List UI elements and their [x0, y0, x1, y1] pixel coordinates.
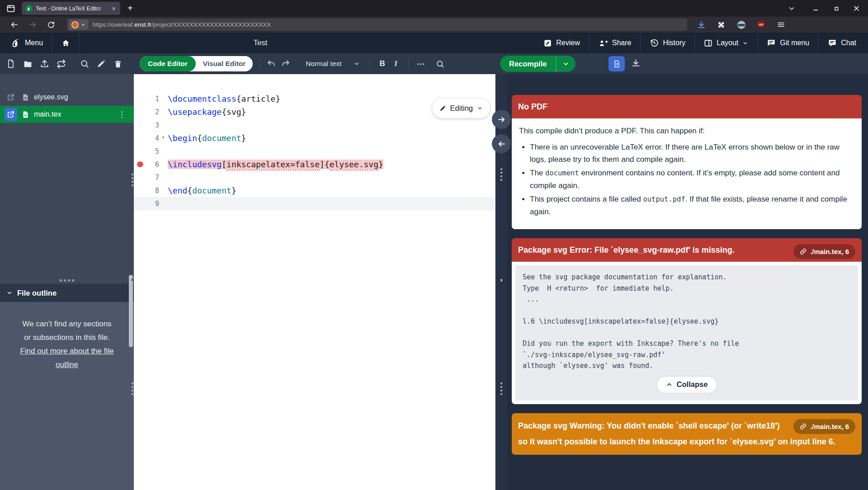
home-button[interactable] [52, 33, 79, 53]
share-icon [599, 39, 608, 47]
rename-pencil-icon[interactable] [96, 59, 107, 68]
line-number: 2 [155, 108, 159, 116]
chat-button[interactable]: Chat [819, 33, 868, 53]
list-all-tabs-icon[interactable] [788, 0, 796, 17]
code-line[interactable]: 9 [134, 197, 495, 210]
code-line[interactable]: 7 [134, 171, 495, 184]
url-bar[interactable]: https://overleaf.enst.fr/project/XXXXXXX… [67, 19, 687, 31]
file-row-elysee[interactable]: elysee.svg [0, 89, 134, 106]
expand-left-button[interactable] [492, 134, 511, 153]
redo-icon[interactable] [280, 59, 291, 68]
forward-icon[interactable] [28, 20, 37, 29]
new-tab-button[interactable]: + [127, 3, 133, 14]
overleaf-favicon [25, 5, 33, 12]
layout-button[interactable]: Layout [695, 33, 757, 53]
line-gutter[interactable]: 8 [134, 184, 163, 197]
browser-tab[interactable]: Test - Online LaTeX Editor × [22, 2, 120, 15]
link-icon [800, 423, 807, 430]
code-line[interactable]: 8\end{document} [134, 184, 495, 197]
search-in-doc-icon[interactable] [435, 60, 446, 68]
code-text: \documentclass{article} [163, 94, 280, 104]
fold-icon[interactable]: ▾ [162, 135, 165, 140]
editor-mode-switch: Code Editor Visual Editor [140, 56, 253, 71]
search-files-icon[interactable] [79, 59, 90, 68]
git-menu-button[interactable]: Git menu [758, 33, 818, 53]
downloads-icon[interactable] [697, 20, 706, 29]
menu-hamburger-icon[interactable] [777, 20, 785, 29]
split-divider[interactable]: › [495, 74, 507, 490]
tab-close-icon[interactable]: × [111, 5, 117, 12]
line-gutter[interactable]: 5 [134, 145, 163, 158]
visual-editor-toggle[interactable]: Visual Editor [196, 56, 253, 71]
collapse-panel-icon[interactable]: › [500, 276, 503, 283]
firefox-view-icon[interactable] [6, 4, 15, 13]
line-gutter[interactable]: 3 [134, 118, 163, 132]
extensions-puzzle-icon[interactable] [717, 21, 726, 29]
line-gutter[interactable]: 1 [134, 92, 163, 105]
outline-resize-handle[interactable] [60, 279, 74, 282]
error-location-badge[interactable]: ./main.tex, 6 [793, 244, 855, 259]
line-gutter[interactable]: 7 [134, 171, 163, 184]
open-in-new-icon[interactable] [5, 91, 17, 104]
code-line[interactable]: 6\includesvg[inkscapelatex=false]{elysee… [134, 158, 495, 171]
editing-mode-dropdown[interactable]: Editing [432, 98, 491, 118]
bullet-item: This project contains a file called outp… [530, 193, 854, 218]
overleaf-header: Menu Test Review Share History Layout [0, 33, 868, 53]
code-editor-toggle[interactable]: Code Editor [140, 56, 196, 71]
code-text: \usepackage{svg} [163, 107, 246, 117]
upload-icon[interactable] [39, 59, 50, 69]
collapse-button[interactable]: Collapse [656, 376, 717, 393]
project-title[interactable]: Test [253, 33, 267, 53]
divider-drag-handle[interactable] [500, 168, 502, 181]
expand-right-button[interactable] [492, 110, 511, 129]
file-tree: elysee.svg main.tex ⋮ [0, 74, 134, 284]
warning-location-badge[interactable]: ./main.tex, 6 [793, 419, 855, 434]
file-row-main-tex[interactable]: main.tex ⋮ [0, 106, 134, 123]
outline-help-link[interactable]: Find out more about the file outline [19, 344, 116, 372]
divider-drag-handle[interactable] [500, 382, 502, 395]
italic-button[interactable]: I [389, 59, 403, 68]
recompile-button[interactable]: Recompile [500, 60, 556, 68]
compile-log-toggle-button[interactable] [609, 56, 625, 71]
line-gutter[interactable]: 9 [134, 197, 163, 210]
bold-button[interactable]: B [376, 59, 389, 68]
sidebar-drag-handle[interactable] [132, 382, 133, 395]
extension-avatar-icon[interactable] [737, 21, 745, 29]
site-permissions[interactable] [69, 19, 88, 30]
back-icon[interactable] [10, 20, 19, 29]
close-window-icon[interactable] [853, 5, 860, 12]
new-file-icon[interactable] [5, 59, 16, 68]
more-tools-button[interactable]: ⋯ [414, 59, 428, 69]
sidebar-scrollbar[interactable] [129, 275, 133, 347]
paragraph-style-dropdown[interactable]: Normal text [301, 60, 364, 68]
code-line[interactable]: 5 [134, 145, 495, 158]
menu-button[interactable]: Menu [0, 33, 52, 53]
browser-tab-bar: Test - Online LaTeX Editor × + [0, 0, 868, 17]
code-editor[interactable]: 1\documentclass{article}2\usepackage{svg… [134, 74, 495, 490]
file-menu-kebab-icon[interactable]: ⋮ [114, 110, 129, 119]
history-button[interactable]: History [641, 33, 694, 53]
delete-trash-icon[interactable] [113, 59, 123, 68]
code-line[interactable]: 3 [134, 118, 495, 132]
recompile-options-chevron[interactable] [556, 61, 576, 67]
ublock-icon[interactable]: UO [757, 21, 765, 29]
line-gutter[interactable]: 4▾ [134, 132, 163, 145]
review-button[interactable]: Review [534, 33, 589, 53]
minimize-icon[interactable] [812, 5, 820, 12]
line-number: 7 [155, 174, 159, 182]
line-gutter[interactable]: 2 [134, 105, 163, 118]
line-gutter[interactable]: 6 [134, 158, 163, 171]
collapse-sidebar-icon[interactable]: ‹ [131, 276, 133, 283]
undo-icon[interactable] [266, 59, 277, 68]
open-in-new-icon-active[interactable] [5, 108, 17, 121]
sidebar-drag-handle[interactable] [132, 174, 133, 186]
file-name: main.tex [34, 110, 61, 118]
new-folder-icon[interactable] [22, 59, 33, 69]
file-outline-header[interactable]: File outline [0, 284, 134, 302]
code-line[interactable]: 4▾\begin{document} [134, 132, 495, 145]
reload-icon[interactable] [47, 21, 55, 29]
share-button[interactable]: Share [590, 33, 641, 53]
maximize-icon[interactable] [833, 5, 840, 12]
sync-icon[interactable] [56, 59, 66, 69]
download-pdf-icon[interactable] [631, 58, 641, 68]
